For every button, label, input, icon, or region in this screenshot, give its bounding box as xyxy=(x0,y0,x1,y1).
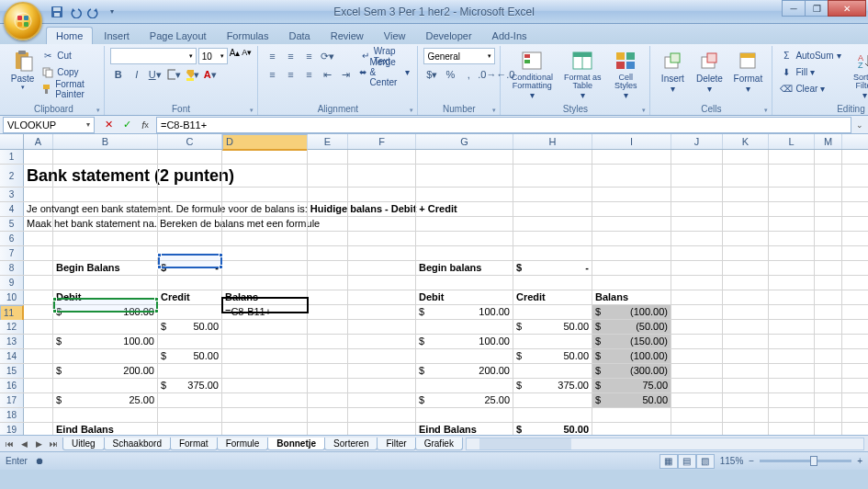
cell-styles-button[interactable]: Cell Styles▾ xyxy=(607,48,644,100)
cell[interactable]: Debit xyxy=(416,290,513,304)
horizontal-scrollbar[interactable] xyxy=(466,438,864,450)
tab-insert[interactable]: Insert xyxy=(95,28,139,44)
tab-formulas[interactable]: Formulas xyxy=(218,28,278,44)
cell[interactable]: Eind Balans xyxy=(53,423,158,435)
col-header-c[interactable]: C xyxy=(158,134,222,149)
tab-view[interactable]: View xyxy=(375,28,415,44)
cell[interactable]: $100.00 xyxy=(53,305,158,319)
underline-icon[interactable]: U▾ xyxy=(147,66,163,83)
italic-icon[interactable]: I xyxy=(129,66,145,83)
col-header-j[interactable]: J xyxy=(671,134,723,149)
cell[interactable]: $200.00 xyxy=(416,364,513,378)
clear-button[interactable]: ⌫Clear▾ xyxy=(778,81,842,97)
format-table-button[interactable]: Format as Table▾ xyxy=(561,48,603,100)
cell[interactable]: $75.00 xyxy=(592,379,671,392)
percent-icon[interactable]: % xyxy=(442,66,458,83)
align-center-icon[interactable]: ≡ xyxy=(282,66,299,83)
cut-button[interactable]: ✂Cut xyxy=(39,48,98,63)
col-header-e[interactable]: E xyxy=(308,134,348,149)
expand-formula-icon[interactable]: ⌄ xyxy=(851,120,868,130)
font-family-select[interactable]: ▾ xyxy=(110,48,197,64)
cell[interactable]: Credit xyxy=(513,290,592,304)
cell[interactable]: $(300.00) xyxy=(592,364,671,378)
cell[interactable]: $375.00 xyxy=(513,379,592,392)
cancel-formula-button[interactable]: ✕ xyxy=(100,118,117,132)
name-box[interactable]: VLOOKUP▾ xyxy=(3,117,95,133)
col-header-m[interactable]: M xyxy=(815,134,842,149)
sheet-nav-last[interactable]: ⏭ xyxy=(47,439,60,449)
align-bottom-icon[interactable]: ≡ xyxy=(300,48,317,64)
autosum-button[interactable]: ΣAutoSum▾ xyxy=(778,48,842,63)
col-header-d[interactable]: D xyxy=(222,134,308,151)
cell[interactable]: $375.00 xyxy=(158,379,222,392)
cell[interactable]: $(50.00) xyxy=(592,320,671,334)
col-header-i[interactable]: I xyxy=(592,134,671,149)
shrink-font-icon[interactable]: A▾ xyxy=(242,48,252,64)
cell[interactable]: $50.00 xyxy=(158,320,222,334)
cell[interactable]: Je ontvangt een bank statement. De formu… xyxy=(24,202,53,216)
cell[interactable]: $50.00 xyxy=(513,423,592,435)
cell[interactable]: $50.00 xyxy=(158,349,222,363)
cell[interactable]: Eind Balans xyxy=(416,423,513,435)
cell[interactable]: Maak het bank statement na. Bereken de b… xyxy=(24,217,53,231)
cell[interactable]: $25.00 xyxy=(416,393,513,407)
sheet-tab[interactable]: Filter xyxy=(377,438,415,450)
format-painter-button[interactable]: Format Painter xyxy=(39,81,98,97)
view-layout-button[interactable]: ▤ xyxy=(678,454,696,469)
tab-home[interactable]: Home xyxy=(46,27,93,44)
cell[interactable]: Begin balans xyxy=(416,261,513,275)
align-right-icon[interactable]: ≡ xyxy=(300,66,317,83)
maximize-button[interactable]: ❐ xyxy=(805,0,829,17)
tab-developer[interactable]: Developer xyxy=(416,28,480,44)
sheet-tab[interactable]: Sorteren xyxy=(324,438,378,450)
border-icon[interactable]: ▾ xyxy=(165,66,182,83)
enter-formula-button[interactable]: ✓ xyxy=(118,118,135,132)
sheet-nav-next[interactable]: ▶ xyxy=(32,439,45,449)
view-normal-button[interactable]: ▦ xyxy=(659,454,678,469)
col-header-b[interactable]: B xyxy=(53,134,158,149)
view-break-button[interactable]: ▧ xyxy=(696,454,715,469)
delete-cells-button[interactable]: Delete▾ xyxy=(693,48,726,94)
cell[interactable]: $50.00 xyxy=(513,349,592,363)
indent-dec-icon[interactable]: ⇤ xyxy=(319,66,335,83)
cell[interactable]: Begin Balans xyxy=(53,261,158,275)
sort-filter-button[interactable]: AZSort & Filter▾ xyxy=(847,48,868,100)
sheet-tab[interactable]: Schaakbord xyxy=(104,438,171,450)
sheet-tab[interactable]: Uitleg xyxy=(62,438,105,450)
zoom-level[interactable]: 115% xyxy=(720,456,744,466)
paste-button[interactable]: Paste▾ xyxy=(9,48,36,91)
tab-review[interactable]: Review xyxy=(321,28,373,44)
row-header[interactable]: 1 xyxy=(0,150,24,164)
indent-inc-icon[interactable]: ⇥ xyxy=(337,66,354,83)
formula-input[interactable]: =C8-B11+ xyxy=(156,117,851,133)
select-all-corner[interactable] xyxy=(0,134,24,149)
row-header[interactable]: 2 xyxy=(0,165,24,187)
tab-page-layout[interactable]: Page Layout xyxy=(141,28,216,44)
title-cell[interactable]: Bank statement (2 punten) xyxy=(24,165,53,187)
align-middle-icon[interactable]: ≡ xyxy=(282,48,299,64)
grow-font-icon[interactable]: A▴ xyxy=(230,48,241,64)
align-left-icon[interactable]: ≡ xyxy=(264,66,280,83)
cell[interactable]: $100.00 xyxy=(416,305,513,319)
number-format-select[interactable]: General▾ xyxy=(423,48,495,64)
sheet-nav-first[interactable]: ⏮ xyxy=(3,439,16,449)
cell[interactable]: $50.00 xyxy=(513,320,592,334)
currency-icon[interactable]: $▾ xyxy=(423,66,440,83)
sheet-tab[interactable]: Formule xyxy=(217,438,269,450)
redo-icon[interactable] xyxy=(86,5,101,19)
fill-button[interactable]: ⬇Fill▾ xyxy=(778,64,842,80)
comma-icon[interactable]: , xyxy=(460,66,477,83)
cell[interactable]: $(150.00) xyxy=(592,335,671,348)
cell[interactable]: $100.00 xyxy=(53,335,158,348)
conditional-formatting-button[interactable]: Conditional Formatting▾ xyxy=(506,48,558,100)
cell[interactable]: $25.00 xyxy=(53,393,158,407)
office-button[interactable] xyxy=(4,2,42,40)
close-button[interactable]: ✕ xyxy=(828,0,866,17)
fill-color-icon[interactable]: ▾ xyxy=(184,66,200,83)
spreadsheet-grid[interactable]: A B C D E F G H I J K L M 1 2Bank statem… xyxy=(0,134,868,435)
active-cell[interactable]: =C8-B11+ xyxy=(222,305,308,319)
orientation-icon[interactable]: ⟳▾ xyxy=(319,48,335,64)
cell[interactable]: $- xyxy=(513,261,592,275)
sheet-tab[interactable]: Format xyxy=(170,438,218,450)
format-cells-button[interactable]: Format▾ xyxy=(729,48,766,94)
